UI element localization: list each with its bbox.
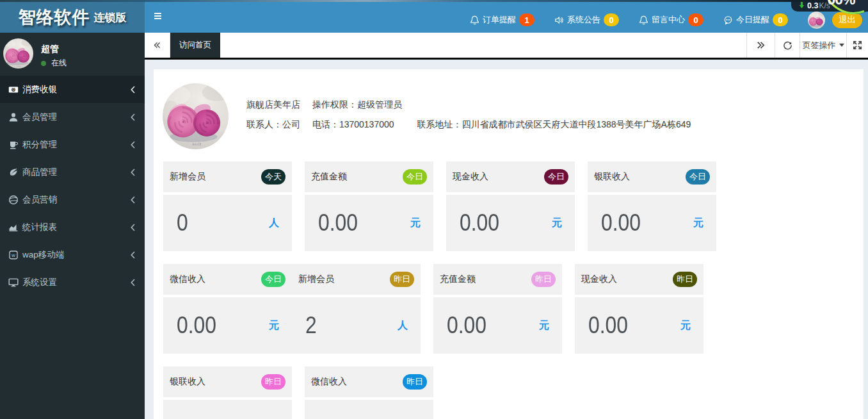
sidebar-user-name: 超管 xyxy=(41,44,59,55)
shop-info: 旗舰店美年店 操作权限：超级管理员 联系人：公司 电话：13700137000 … xyxy=(246,100,691,140)
nav-item-system-notice[interactable]: 系统公告 0 xyxy=(554,13,619,26)
stat-card-value: 0.00 xyxy=(460,210,539,236)
stat-card-cash-yesterday: 现金收入昨日 0.00元 xyxy=(575,264,703,354)
stat-card-value: 0.00 xyxy=(318,210,398,236)
fullscreen-button[interactable] xyxy=(846,33,868,58)
sidebar-item-statistics-report[interactable]: 统计报表 xyxy=(0,213,145,241)
stat-card-title: 银联收入 xyxy=(594,171,686,183)
stat-card-new-members-today: 新增会员今天 0人 xyxy=(163,161,292,251)
stat-card-value: 0 xyxy=(177,210,256,236)
net-speed-value: 0.3 xyxy=(807,1,818,10)
sidebar-toggle-button[interactable] xyxy=(145,1,170,31)
shop-contact: 联系人：公司 xyxy=(246,119,300,129)
stat-card-cash-today: 现金收入今日 0.00元 xyxy=(446,161,575,251)
area-chart-icon xyxy=(8,222,19,233)
tab-bar: 访问首页 页签操作 xyxy=(145,33,868,58)
tabs-scroll-left-button[interactable] xyxy=(145,33,170,58)
stat-card-unit: 元 xyxy=(539,319,549,333)
sidebar-item-label: 系统设置 xyxy=(22,277,130,288)
shop-phone: 电话：13700137000 xyxy=(312,119,394,129)
stat-card-unit: 元 xyxy=(269,319,279,333)
bell-icon xyxy=(639,15,648,25)
user-avatar[interactable] xyxy=(808,12,825,29)
stat-card-title: 新增会员 xyxy=(298,274,390,285)
rose-avatar-image xyxy=(808,12,825,29)
message-center-count-badge[interactable]: 0 xyxy=(688,13,703,26)
shop-avatar xyxy=(163,83,229,149)
stat-card-value: 0.00 xyxy=(177,312,256,339)
sidebar-item-member-management[interactable]: 会员管理 xyxy=(0,103,145,131)
brand-title: 智络软件 xyxy=(19,6,90,29)
today-reminder-count-badge[interactable]: 0 xyxy=(773,13,788,26)
mobile-icon xyxy=(8,250,19,260)
online-status-label: 在线 xyxy=(51,58,67,69)
sidebar-item-points-management[interactable]: 积分管理 xyxy=(0,131,145,158)
chevron-left-icon xyxy=(130,251,136,259)
stat-card-badge: 今天 xyxy=(261,169,285,185)
user-icon xyxy=(8,112,19,122)
order-alert-count-badge[interactable]: 1 xyxy=(519,13,534,26)
nav-item-order-alert[interactable]: 订单提醒 1 xyxy=(470,13,534,26)
stat-card-unionpay-today: 银联收入今日 0.00元 xyxy=(588,161,716,251)
online-status-dot xyxy=(41,61,46,66)
system-notice-count-badge[interactable]: 0 xyxy=(604,13,619,26)
expand-icon xyxy=(853,40,862,50)
sidebar-user-avatar[interactable] xyxy=(3,38,33,69)
download-arrow-icon xyxy=(799,2,805,8)
sidebar-item-wap-mobile[interactable]: wap移动端 xyxy=(0,241,145,268)
tab-operations-dropdown[interactable]: 页签操作 xyxy=(800,33,846,58)
stat-card-badge: 今日 xyxy=(261,272,285,287)
shop-name: 旗舰店美年店 xyxy=(246,99,300,110)
desktop-icon xyxy=(8,277,19,288)
stat-card-wechat-today: 微信收入今日 0.00元 xyxy=(163,264,292,354)
chevron-left-icon xyxy=(130,86,136,94)
caret-down-icon xyxy=(839,44,844,47)
stat-card-title: 现金收入 xyxy=(581,274,673,285)
stat-card-title: 充值金额 xyxy=(311,171,403,183)
main-area: 访问首页 页签操作 旗舰店美年店 操作权限：超级管理员 xyxy=(145,33,868,419)
leaf-icon xyxy=(8,167,19,177)
sidebar-item-label: 会员管理 xyxy=(22,111,130,123)
nav-item-today-reminder[interactable]: 今日提醒 0 xyxy=(723,13,788,26)
nav-item-message-center[interactable]: 留言中心 0 xyxy=(639,13,703,26)
sidebar: 超管 在线 消费收银 会员管理 积分管理 商品管理 会员营销 xyxy=(0,33,145,419)
sidebar-item-member-marketing[interactable]: 会员营销 xyxy=(0,186,145,213)
sidebar-item-consume-cashier[interactable]: 消费收银 xyxy=(0,76,145,103)
stat-card-value: 2 xyxy=(305,312,385,339)
chevron-left-icon xyxy=(130,279,136,286)
rose-avatar-image xyxy=(3,38,33,69)
stat-card-value: 0.00 xyxy=(601,210,680,236)
rose-avatar-image xyxy=(163,83,229,149)
sidebar-item-system-settings[interactable]: 系统设置 xyxy=(0,268,145,296)
stat-card-title: 新增会员 xyxy=(170,171,261,183)
stat-card-unionpay-yesterday: 银联收入昨日 xyxy=(163,366,292,419)
tabs-scroll-right-button[interactable] xyxy=(746,33,775,58)
stat-card-row: 微信收入今日 0.00元 新增会员昨日 2人 充值金额昨日 0.00元 现金收入… xyxy=(163,264,864,354)
tabbar-underline xyxy=(145,58,868,60)
shop-address: 联系地址：四川省成都市武侯区天府大道中段1388号美年广场A栋649 xyxy=(417,119,691,129)
angles-right-icon xyxy=(756,40,766,50)
chevron-left-icon xyxy=(130,196,136,204)
stat-card-row: 新增会员今天 0人 充值金额今日 0.00元 现金收入今日 0.00元 银联收入… xyxy=(163,161,864,251)
stat-card-value: 0.00 xyxy=(588,312,668,339)
sidebar-item-label: 会员营销 xyxy=(22,194,130,206)
stat-card-badge: 昨日 xyxy=(261,374,285,390)
tabbar-spacer xyxy=(220,33,746,58)
stat-card-recharge-yesterday: 充值金额昨日 0.00元 xyxy=(433,264,562,354)
refresh-icon xyxy=(783,40,792,50)
shop-permission: 操作权限：超级管理员 xyxy=(312,99,402,110)
sidebar-item-label: wap移动端 xyxy=(22,249,130,261)
stat-card-new-members-yesterday: 新增会员昨日 2人 xyxy=(292,264,421,354)
tab-home[interactable]: 访问首页 xyxy=(170,33,220,58)
performance-gauge: 00% xyxy=(823,0,868,15)
navbar-right-group: 订单提醒 1 系统公告 0 留言中心 0 今日提醒 0 退出 xyxy=(470,12,868,29)
stat-card-title: 银联收入 xyxy=(170,376,261,388)
chevron-left-icon xyxy=(130,168,136,176)
nav-item-label: 订单提醒 xyxy=(483,14,516,26)
sidebar-item-goods-management[interactable]: 商品管理 xyxy=(0,158,145,186)
stat-card-row: 银联收入昨日 微信收入昨日 xyxy=(163,366,864,419)
stat-card-badge: 昨日 xyxy=(531,272,556,287)
stat-card-badge: 今日 xyxy=(403,169,427,185)
tab-refresh-button[interactable] xyxy=(775,33,800,58)
shop-header: 旗舰店美年店 操作权限：超级管理员 联系人：公司 电话：13700137000 … xyxy=(154,69,864,149)
